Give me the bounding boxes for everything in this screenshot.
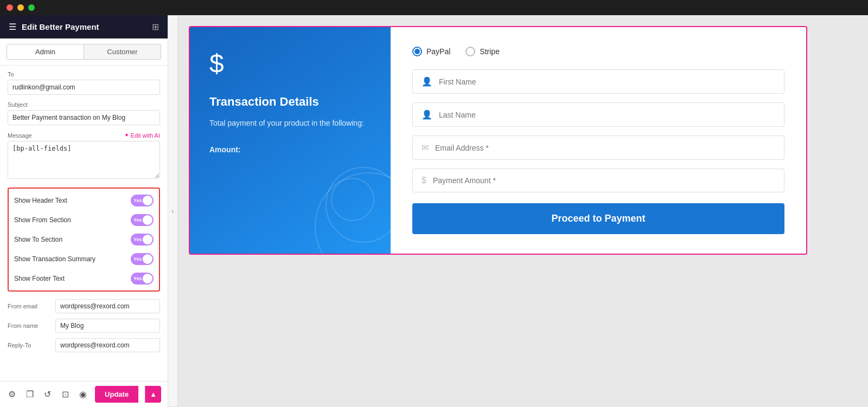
transaction-title: Transaction Details [209, 95, 371, 109]
payment-amount-field: $ [412, 169, 784, 192]
toggle-row-transaction-summary: Show Transaction Summary Yes [9, 249, 159, 269]
transaction-description: Total payment of your product in the fol… [209, 118, 371, 129]
tab-admin[interactable]: Admin [7, 44, 84, 60]
payment-method-paypal[interactable]: PayPal [412, 47, 450, 56]
subject-input[interactable] [8, 110, 160, 125]
payment-right-panel: PayPal Stripe 👤 👤 [391, 27, 806, 254]
reply-to-input[interactable] [55, 338, 160, 352]
to-label: To [8, 71, 160, 77]
toggle-label-footer-text: Show Footer Text [14, 275, 65, 282]
reply-to-label: Reply-To [8, 342, 51, 348]
dollar-icon: $ [422, 176, 426, 185]
radio-paypal[interactable] [412, 47, 422, 56]
reply-to-field: Reply-To [8, 338, 160, 352]
toggle-row-footer-text: Show Footer Text Yes [9, 269, 159, 288]
tab-row: Admin Customer [0, 38, 168, 66]
tab-customer[interactable]: Customer [84, 44, 161, 60]
duplicate-icon[interactable]: ⊡ [60, 389, 71, 399]
minimize-btn[interactable] [17, 4, 24, 11]
message-field-group: Message ✦ Edit with AI [bp-all-fields] [8, 132, 160, 181]
radio-paypal-inner [414, 49, 420, 54]
layers-icon[interactable]: ❐ [24, 389, 36, 399]
email-icon: ✉ [422, 143, 429, 153]
bottom-fields: From email From name Reply-To [8, 299, 160, 352]
toggle-label-to-section: Show To Section [14, 236, 62, 243]
dollar-sign: $ [209, 49, 371, 79]
edit-ai-button[interactable]: ✦ Edit with AI [124, 132, 160, 139]
update-arrow-button[interactable]: ▲ [145, 386, 161, 403]
message-label: Message [8, 132, 32, 139]
toggle-header-text[interactable]: Yes [131, 195, 154, 206]
payment-amount-input[interactable] [433, 176, 775, 185]
toggle-label-header-text: Show Header Text [14, 197, 67, 204]
from-email-label: From email [8, 303, 51, 309]
toggle-yes-text-2: Yes [133, 237, 142, 242]
toggle-yes-text-3: Yes [133, 256, 142, 262]
close-btn[interactable] [7, 4, 13, 11]
toggle-label-transaction-summary: Show Transaction Summary [14, 255, 95, 263]
stripe-label: Stripe [480, 47, 500, 56]
from-name-input[interactable] [55, 319, 160, 333]
toggle-footer-text[interactable]: Yes [131, 273, 154, 285]
grid-icon[interactable]: ⊞ [152, 22, 159, 32]
proceed-to-payment-button[interactable]: Proceed to Payment [412, 203, 784, 234]
subject-label: Subject [8, 101, 160, 108]
toggle-section: Show Header Text Yes Show From Section Y… [8, 188, 160, 292]
sidebar-toolbar: ⚙ ❐ ↺ ⊡ ◉ Update ▲ [0, 381, 168, 407]
deco-circle-3 [331, 178, 374, 221]
sidebar-title: Edit Better Payment [22, 22, 99, 31]
sidebar: ☰ Edit Better Payment ⊞ Admin Customer T… [0, 15, 168, 407]
collapse-handle[interactable]: ‹ [168, 15, 178, 407]
toggle-yes-text-1: Yes [133, 217, 142, 223]
toggle-from-section[interactable]: Yes [131, 214, 154, 226]
toggle-to-section[interactable]: Yes [131, 234, 154, 246]
from-email-field: From email [8, 299, 160, 313]
email-input[interactable] [435, 144, 775, 152]
toggle-row-from-section: Show From Section Yes [9, 210, 159, 230]
to-input[interactable] [8, 80, 160, 95]
eye-icon[interactable]: ◉ [77, 389, 88, 399]
radio-stripe[interactable] [465, 47, 475, 56]
subject-field-group: Subject [8, 101, 160, 125]
toggle-label-from-section: Show From Section [14, 216, 71, 224]
payment-method-stripe[interactable]: Stripe [465, 47, 500, 56]
first-name-field: 👤 [412, 69, 784, 94]
paypal-label: PayPal [426, 47, 450, 56]
payment-widget: $ Transaction Details Total payment of y… [189, 26, 807, 255]
toggle-transaction-summary[interactable]: Yes [131, 253, 154, 265]
hamburger-icon[interactable]: ☰ [9, 22, 16, 32]
update-button[interactable]: Update [95, 386, 138, 403]
toggle-row-header-text: Show Header Text Yes [9, 191, 159, 210]
from-name-field: From name [8, 319, 160, 333]
history-icon[interactable]: ↺ [42, 389, 53, 399]
last-name-input[interactable] [439, 111, 775, 119]
main-content: $ Transaction Details Total payment of y… [178, 15, 868, 407]
toggle-yes-text-0: Yes [133, 198, 142, 203]
sidebar-header: ☰ Edit Better Payment ⊞ [0, 15, 168, 38]
first-name-input[interactable] [439, 77, 775, 86]
transaction-amount: Amount: [209, 145, 371, 154]
person-icon-last: 👤 [422, 109, 432, 120]
toggle-yes-text-4: Yes [133, 276, 142, 281]
from-email-input[interactable] [55, 299, 160, 313]
person-icon-first: 👤 [422, 76, 432, 87]
maximize-btn[interactable] [28, 4, 35, 11]
titlebar [0, 0, 868, 15]
payment-methods: PayPal Stripe [412, 47, 784, 56]
toggle-row-to-section: Show To Section Yes [9, 230, 159, 249]
settings-icon[interactable]: ⚙ [7, 389, 18, 399]
to-field-group: To [8, 71, 160, 95]
from-name-label: From name [8, 322, 51, 329]
last-name-field: 👤 [412, 102, 784, 127]
email-field: ✉ [412, 135, 784, 160]
message-textarea[interactable]: [bp-all-fields] [8, 141, 160, 179]
payment-left-panel: $ Transaction Details Total payment of y… [190, 27, 391, 254]
sparkle-icon: ✦ [124, 132, 129, 139]
